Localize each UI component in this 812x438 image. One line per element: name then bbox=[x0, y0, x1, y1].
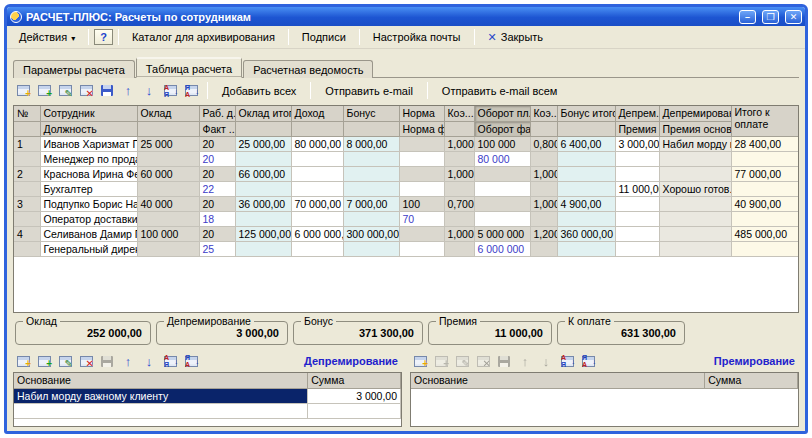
tab-calculation-params[interactable]: Параметры расчета bbox=[13, 60, 135, 78]
grid-cell[interactable]: 28 400,00 bbox=[731, 136, 799, 151]
grid-column-header[interactable]: Норма bbox=[399, 106, 444, 121]
grid-cell[interactable] bbox=[291, 241, 343, 256]
menu-signatures[interactable]: Подписи bbox=[294, 28, 354, 46]
grid-cell[interactable] bbox=[659, 166, 731, 181]
delete-row-icon[interactable]: ✕ bbox=[76, 82, 96, 100]
grid-cell[interactable] bbox=[343, 181, 399, 196]
grid-cell[interactable] bbox=[731, 211, 799, 226]
grid-cell[interactable] bbox=[291, 181, 343, 196]
grid-column-subheader[interactable]: Премия bbox=[615, 121, 659, 136]
grid-column-header[interactable]: Доход bbox=[291, 106, 343, 121]
grid-cell[interactable]: 60 000 bbox=[137, 166, 199, 181]
reason-row[interactable]: Набил морду важному клиенту3 000,00 bbox=[14, 388, 401, 403]
row-number-cell[interactable] bbox=[14, 241, 40, 256]
grid-cell[interactable] bbox=[137, 151, 199, 166]
grid-cell[interactable]: 20 bbox=[199, 226, 235, 241]
grid-cell[interactable] bbox=[557, 166, 615, 181]
grid-cell[interactable] bbox=[399, 241, 444, 256]
grid-cell[interactable]: 100 000 bbox=[137, 226, 199, 241]
grid-cell[interactable]: 66 000,00 bbox=[235, 166, 291, 181]
grid-cell[interactable] bbox=[399, 151, 444, 166]
add-copy-icon[interactable]: + bbox=[34, 352, 54, 370]
grid-cell[interactable] bbox=[731, 181, 799, 196]
grid-cell[interactable]: 6 000 000,... bbox=[291, 226, 343, 241]
menu-close[interactable]: ✕Закрыть bbox=[480, 28, 552, 47]
grid-cell[interactable]: 6 000 000 bbox=[474, 241, 530, 256]
sort-asc-icon[interactable]: АЯ↓ bbox=[160, 82, 180, 100]
grid-cell[interactable] bbox=[444, 211, 474, 226]
grid-cell[interactable]: 40 900,00 bbox=[731, 196, 799, 211]
sort-desc-icon[interactable]: ЯА↓ bbox=[578, 352, 598, 370]
minimize-button[interactable]: – bbox=[739, 10, 756, 24]
grid-cell[interactable] bbox=[659, 211, 731, 226]
grid-cell[interactable]: 25 000,00 bbox=[235, 136, 291, 151]
column-header-reason[interactable]: Основание bbox=[411, 373, 705, 388]
grid-cell[interactable] bbox=[557, 151, 615, 166]
column-header-amount[interactable]: Сумма bbox=[308, 373, 401, 388]
grid-cell[interactable] bbox=[615, 196, 659, 211]
move-up-icon[interactable]: ↑ bbox=[118, 352, 138, 370]
grid-cell[interactable] bbox=[615, 151, 659, 166]
grid-cell[interactable]: 77 000,00 bbox=[731, 166, 799, 181]
premirovanie-table[interactable]: Основание Сумма bbox=[410, 372, 799, 427]
employee-row-second-line[interactable]: Менеджер по продажам2080 000 bbox=[14, 151, 799, 166]
grid-cell[interactable]: 1,000 bbox=[530, 166, 557, 181]
grid-column-subheader[interactable]: Факт ... bbox=[199, 121, 235, 136]
grid-column-header[interactable]: № bbox=[14, 106, 40, 121]
add-row-icon[interactable]: + bbox=[13, 82, 33, 100]
grid-column-subheader[interactable]: Премия основ... bbox=[659, 121, 731, 136]
grid-column-header[interactable]: Коэ... bbox=[530, 106, 557, 121]
grid-column-header[interactable]: Сотрудник bbox=[40, 106, 137, 121]
grid-column-header[interactable]: Оборот пл... bbox=[474, 106, 530, 121]
employee-row[interactable]: 3Подпупко Борис Наум...40 0002036 000,00… bbox=[14, 196, 799, 211]
grid-cell[interactable]: 125 000,00 bbox=[235, 226, 291, 241]
grid-cell[interactable]: 70 000,00 bbox=[291, 196, 343, 211]
grid-cell[interactable] bbox=[530, 211, 557, 226]
grid-column-subheader[interactable] bbox=[14, 121, 40, 136]
grid-cell[interactable] bbox=[235, 151, 291, 166]
grid-column-subheader[interactable] bbox=[343, 121, 399, 136]
grid-column-subheader[interactable] bbox=[291, 121, 343, 136]
grid-cell[interactable] bbox=[444, 151, 474, 166]
grid-cell[interactable] bbox=[557, 181, 615, 196]
grid-column-subheader[interactable] bbox=[530, 121, 557, 136]
grid-cell[interactable] bbox=[235, 211, 291, 226]
grid-cell[interactable] bbox=[235, 241, 291, 256]
add-all-button[interactable]: Добавить всех bbox=[214, 81, 304, 101]
grid-cell[interactable]: 4 900,00 bbox=[557, 196, 615, 211]
grid-cell[interactable]: 7 000,00 bbox=[343, 196, 399, 211]
row-number-cell[interactable]: 3 bbox=[14, 196, 40, 211]
grid-cell[interactable] bbox=[399, 136, 444, 151]
grid-cell[interactable]: Набил морду в... bbox=[659, 136, 731, 151]
employee-row-second-line[interactable]: Оператор доставки гр...1870 bbox=[14, 211, 799, 226]
grid-cell[interactable]: 80 000 bbox=[474, 151, 530, 166]
empty-row[interactable] bbox=[14, 403, 401, 418]
grid-cell[interactable] bbox=[343, 151, 399, 166]
grid-cell[interactable]: 100 bbox=[399, 196, 444, 211]
grid-cell[interactable] bbox=[291, 166, 343, 181]
send-email-all-button[interactable]: Отправить e-mail всем bbox=[434, 81, 566, 101]
grid-column-subheader[interactable] bbox=[235, 121, 291, 136]
grid-cell[interactable]: Селиванов Дамир Пет... bbox=[40, 226, 137, 241]
grid-cell[interactable]: 80 000,00 bbox=[291, 136, 343, 151]
grid-cell[interactable] bbox=[399, 166, 444, 181]
grid-cell[interactable]: 6 400,00 bbox=[557, 136, 615, 151]
grid-cell[interactable]: Генеральный директор bbox=[40, 241, 137, 256]
grid-cell[interactable]: Хорошо готов... bbox=[659, 181, 731, 196]
grid-cell[interactable] bbox=[399, 181, 444, 196]
amount-cell[interactable] bbox=[308, 403, 401, 418]
grid-cell[interactable]: 20 bbox=[199, 136, 235, 151]
edit-row-icon[interactable]: ✎ bbox=[55, 82, 75, 100]
grid-cell[interactable] bbox=[291, 151, 343, 166]
edit-row-icon[interactable]: ✎ bbox=[55, 352, 75, 370]
move-up-icon[interactable]: ↑ bbox=[118, 82, 138, 100]
send-email-button[interactable]: Отправить e-mail bbox=[317, 81, 421, 101]
grid-cell[interactable]: 20 bbox=[199, 166, 235, 181]
grid-column-subheader[interactable]: Должность bbox=[40, 121, 137, 136]
row-number-cell[interactable]: 1 bbox=[14, 136, 40, 151]
grid-cell[interactable]: 100 000 bbox=[474, 136, 530, 151]
employee-row[interactable]: 2Краснова Ирина Федо...60 0002066 000,00… bbox=[14, 166, 799, 181]
grid-column-header[interactable]: Бонус итого bbox=[557, 106, 615, 121]
delete-row-icon[interactable]: ✕ bbox=[76, 352, 96, 370]
grid-cell[interactable] bbox=[343, 166, 399, 181]
